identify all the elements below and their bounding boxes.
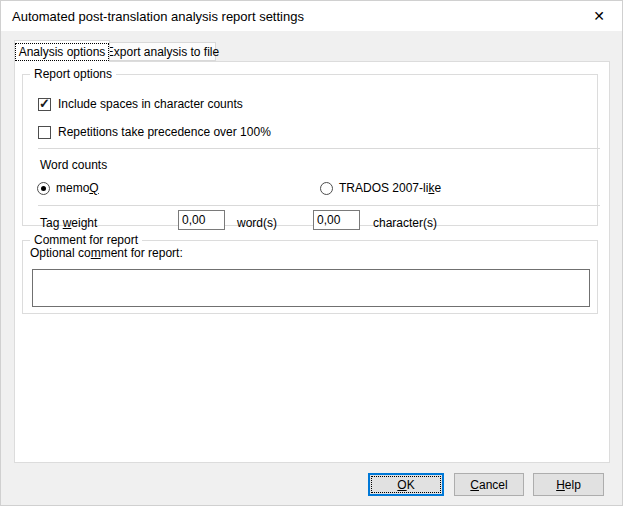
comment-for-report-group-label: Comment for report xyxy=(30,233,142,247)
radio-trados-2007-like[interactable]: TRADOS 2007-like xyxy=(320,181,441,195)
dialog-window: Automated post-translation analysis repo… xyxy=(0,0,623,506)
comment-for-report-group: Comment for report Optional comment for … xyxy=(22,240,598,314)
checkbox-checked-icon: ✓ xyxy=(38,98,51,111)
window-title: Automated post-translation analysis repo… xyxy=(12,9,304,24)
radio-trados-2007-like-label: TRADOS 2007-like xyxy=(339,181,441,195)
tab-export-analysis-to-file[interactable]: Export analysis to file xyxy=(110,42,216,61)
tab-analysis-options-label: Analysis options xyxy=(16,44,109,60)
word-counts-label: Word counts xyxy=(40,158,107,172)
checkbox-unchecked-icon xyxy=(38,126,51,139)
ok-button-label: OK xyxy=(397,478,414,492)
checkbox-include-spaces-label: Include spaces in character counts xyxy=(58,97,243,111)
title-bar: Automated post-translation analysis repo… xyxy=(1,1,622,31)
radio-memoq-label: memoQ xyxy=(56,181,99,195)
tag-weight-characters-unit-label: character(s) xyxy=(373,216,437,230)
tag-weight-characters-input[interactable] xyxy=(313,210,360,230)
optional-comment-label: Optional comment for report: xyxy=(30,246,183,260)
cancel-button-label: Cancel xyxy=(470,478,507,492)
tab-analysis-options[interactable]: Analysis options xyxy=(14,40,110,62)
optional-comment-textarea[interactable] xyxy=(32,269,590,307)
checkbox-repetitions-precedence-label: Repetitions take precedence over 100% xyxy=(58,125,271,139)
radio-selected-icon xyxy=(37,182,50,195)
cancel-button[interactable]: Cancel xyxy=(454,473,524,496)
radio-unselected-icon xyxy=(320,182,333,195)
report-options-group: Report options ✓ Include spaces in chara… xyxy=(22,74,598,226)
checkbox-include-spaces[interactable]: ✓ Include spaces in character counts xyxy=(38,97,243,111)
help-button-label: Help xyxy=(556,478,581,492)
help-button[interactable]: Help xyxy=(533,473,604,496)
tag-weight-label: Tag weight xyxy=(40,216,97,230)
ok-button[interactable]: OK xyxy=(368,473,444,496)
separator xyxy=(38,205,600,206)
close-icon[interactable]: ✕ xyxy=(578,1,620,31)
report-options-group-label: Report options xyxy=(30,67,116,81)
radio-memoq[interactable]: memoQ xyxy=(37,181,99,195)
separator xyxy=(38,148,600,149)
tab-page-analysis-options: Report options ✓ Include spaces in chara… xyxy=(14,61,610,463)
tab-export-analysis-to-file-label: Export analysis to file xyxy=(106,45,219,59)
tag-weight-words-input[interactable] xyxy=(178,210,225,230)
tag-weight-words-unit-label: word(s) xyxy=(237,216,277,230)
checkbox-repetitions-precedence[interactable]: Repetitions take precedence over 100% xyxy=(38,125,271,139)
